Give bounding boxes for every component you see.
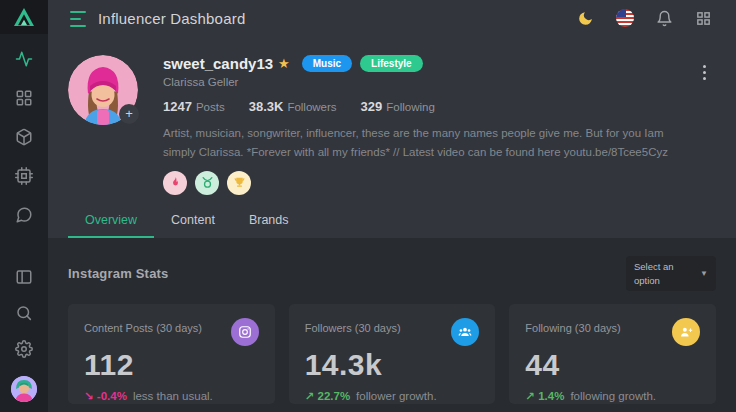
tag-music[interactable]: Music — [302, 55, 352, 72]
sidebar-item-box[interactable] — [15, 128, 33, 146]
card-label: Followers (30 days) — [305, 318, 401, 334]
sidebar-nav — [15, 50, 33, 224]
profile-username: sweet_candy13 — [163, 55, 273, 72]
tab-bar: Overview Content Brands — [48, 206, 736, 238]
top-section: Influencer Dashboard — [48, 0, 736, 238]
user-plus-icon — [672, 318, 700, 346]
flame-badge[interactable] — [163, 171, 187, 195]
card-label: Following (30 days) — [525, 318, 620, 334]
card-following: Following (30 days) 44 ↗ 1.4% following … — [509, 304, 716, 404]
profile-info: sweet_candy13 ★ Music Lifestyle Clarissa… — [163, 55, 668, 195]
stat-following: 329Following — [361, 99, 435, 114]
layout-sidebar-icon[interactable] — [15, 268, 33, 286]
card-content-posts: Content Posts (30 days) 112 ↘ -0.4% less… — [68, 304, 275, 404]
sidebar-item-dashboard[interactable] — [15, 89, 33, 107]
profile-menu-kebab-icon[interactable] — [697, 63, 712, 195]
top-actions — [577, 9, 712, 27]
user-avatar[interactable] — [11, 376, 37, 402]
profile-avatar: + — [68, 55, 138, 125]
card-value: 112 — [84, 348, 259, 382]
taurus-badge[interactable] — [195, 171, 219, 195]
tab-brands[interactable]: Brands — [232, 206, 306, 238]
search-icon[interactable] — [15, 304, 33, 322]
trophy-badge[interactable] — [227, 171, 251, 195]
profile-tags: Music Lifestyle — [302, 55, 423, 72]
stats-filter-dropdown[interactable]: Select an option ▼ — [626, 256, 716, 292]
profile-bio: Artist, musician, songwriter, influencer… — [163, 124, 668, 162]
user-avatar-illustration — [11, 376, 37, 402]
sidebar — [0, 0, 48, 412]
instagram-stats-panel: Instagram Stats Select an option ▼ Conte… — [48, 238, 736, 412]
stat-posts: 1247Posts — [163, 99, 225, 114]
delta-up: ↗ 22.7% — [305, 389, 350, 403]
delta-note: follower growth. — [356, 390, 437, 402]
profile-medals — [163, 171, 668, 195]
tag-lifestyle[interactable]: Lifestyle — [360, 55, 423, 72]
card-value: 14.3k — [305, 348, 480, 382]
profile-stats: 1247Posts 38.3KFollowers 329Following — [163, 99, 668, 114]
instagram-icon — [231, 318, 259, 346]
gear-icon[interactable] — [15, 340, 33, 358]
sidebar-bottom-nav — [11, 268, 37, 412]
app-window: Influencer Dashboard — [0, 0, 736, 412]
top-bar: Influencer Dashboard — [48, 0, 736, 36]
delta-note: less than usual. — [133, 390, 213, 402]
profile-section: + sweet_candy13 ★ Music Lifestyle Claris… — [48, 36, 736, 195]
us-flag-icon[interactable] — [616, 9, 634, 27]
panel-header: Instagram Stats Select an option ▼ — [68, 238, 716, 292]
sidebar-item-activity[interactable] — [15, 50, 33, 68]
stat-followers: 38.3KFollowers — [249, 99, 337, 114]
trophy-icon — [233, 176, 246, 189]
delta-up: ↗ 1.4% — [525, 389, 564, 403]
card-followers: Followers (30 days) 14.3k ↗ 22.7% follow… — [289, 304, 496, 404]
card-value: 44 — [525, 348, 700, 382]
menu-icon[interactable] — [70, 11, 86, 27]
sidebar-item-chat[interactable] — [15, 206, 33, 224]
tab-content[interactable]: Content — [154, 206, 232, 238]
bell-icon[interactable] — [656, 10, 673, 27]
page-title: Influencer Dashboard — [98, 10, 245, 27]
profile-fullname: Clarissa Geller — [163, 76, 668, 88]
triangle-logo-icon — [13, 7, 35, 27]
apps-grid-icon[interactable] — [695, 10, 712, 27]
app-logo[interactable] — [0, 0, 48, 34]
flame-icon — [169, 176, 182, 189]
avatar-add-button[interactable]: + — [119, 104, 139, 124]
taurus-icon — [201, 176, 214, 189]
tab-overview[interactable]: Overview — [68, 206, 154, 238]
delta-down: ↘ -0.4% — [84, 389, 127, 403]
panel-title: Instagram Stats — [68, 266, 169, 281]
chevron-down-icon: ▼ — [700, 269, 708, 278]
main-area: Influencer Dashboard — [48, 0, 736, 412]
users-icon — [451, 318, 479, 346]
stats-cards-row-1: Content Posts (30 days) 112 ↘ -0.4% less… — [68, 304, 716, 404]
moon-icon[interactable] — [577, 10, 594, 27]
dropdown-value: Select an option — [634, 260, 690, 288]
delta-note: following growth. — [570, 390, 656, 402]
sidebar-item-cpu[interactable] — [15, 167, 33, 185]
card-label: Content Posts (30 days) — [84, 318, 202, 334]
verified-star-icon: ★ — [278, 56, 290, 71]
